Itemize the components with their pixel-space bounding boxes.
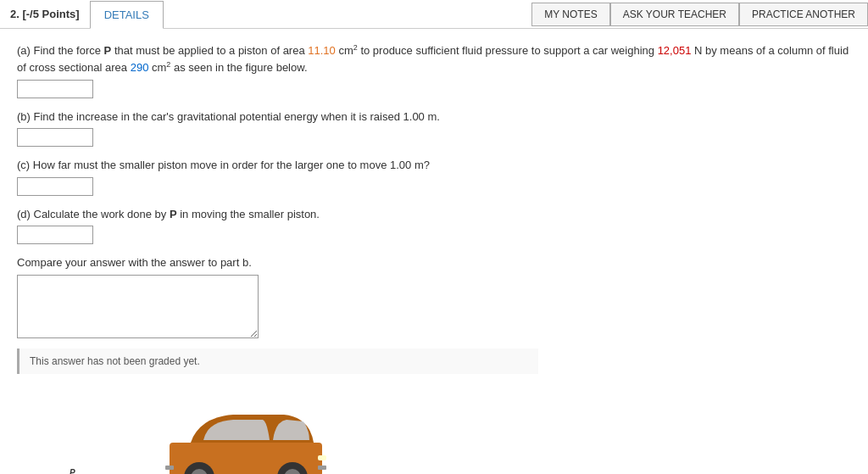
cross-area: 290 [131,61,149,74]
svg-rect-7 [165,466,174,470]
problem-content: (a) Find the force P that must be applie… [0,29,868,474]
part-b-input[interactable] [17,128,93,147]
svg-rect-5 [318,455,326,460]
part-a-prefix: (a) Find the force P that must be applie… [17,44,308,57]
practice-another-button[interactable]: PRACTICE ANOTHER [739,3,868,26]
my-notes-button[interactable]: MY NOTES [531,3,609,26]
top-bar-right-buttons: MY NOTES ASK YOUR TEACHER PRACTICE ANOTH… [531,3,868,26]
question-label: 2. [-/5 Points] [0,1,90,27]
graded-notice: This answer has not been graded yet. [17,349,538,374]
part-a-input[interactable] [17,80,93,98]
part-c-text: (c) How far must the smaller piston move… [17,157,851,174]
ask-teacher-button[interactable]: ASK YOUR TEACHER [610,3,739,26]
compare-label: Compare your answer with the answer to p… [17,254,851,271]
details-button[interactable]: DETAILS [90,1,164,29]
compare-section: Compare your answer with the answer to p… [17,254,851,338]
part-a-text: (a) Find the force P that must be applie… [17,42,851,76]
part-d: (d) Calculate the work done by P in movi… [17,206,851,245]
area-value: 11.10 [308,44,336,57]
cm2-2: cm2 as seen in the figure below. [148,61,307,74]
compare-textarea[interactable] [17,275,259,338]
car-svg [153,388,348,474]
compare-textarea-container [17,275,851,338]
part-a: (a) Find the force P that must be applie… [17,42,851,98]
figure-container: P [17,388,373,474]
cm2-1: cm2 to produce sufficient fluid pressure… [336,44,658,57]
svg-rect-6 [318,466,326,470]
top-bar: 2. [-/5 Points] DETAILS MY NOTES ASK YOU… [0,0,868,29]
weight-value: 12,051 [658,44,692,57]
part-d-input[interactable] [17,226,93,244]
part-d-text: (d) Calculate the work done by P in movi… [17,206,851,223]
small-piston-svg: P [68,464,136,474]
part-c-input[interactable] [17,177,93,196]
part-b-text: (b) Find the increase in the car's gravi… [17,109,851,125]
part-b: (b) Find the increase in the car's gravi… [17,109,851,148]
graded-notice-text: This answer has not been graded yet. [30,355,200,367]
svg-text:P: P [70,468,75,474]
part-c: (c) How far must the smaller piston move… [17,157,851,196]
